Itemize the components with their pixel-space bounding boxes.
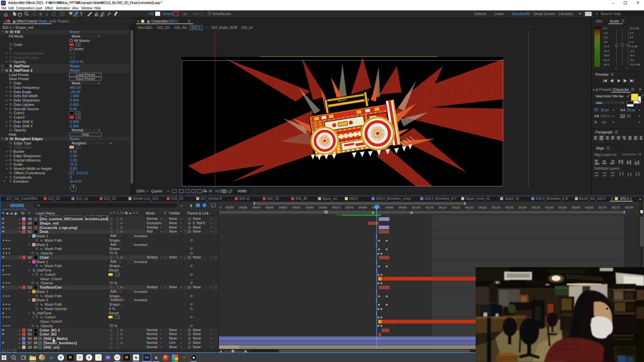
svg-text:00050: 00050 [279,206,287,209]
svg-text:00155: 00155 [558,206,567,209]
svg-text:T: T [80,11,83,17]
svg-text:00160: 00160 [572,206,580,209]
svg-text:00170: 00170 [598,206,607,209]
svg-text:00150: 00150 [545,206,553,209]
svg-text:00045: 00045 [265,206,274,209]
svg-text:00110: 00110 [439,206,447,209]
svg-text:00075: 00075 [345,206,354,209]
svg-text:00180: 00180 [625,206,633,209]
svg-text:5: 5 [220,206,221,209]
svg-text:00145: 00145 [532,206,540,209]
svg-text:00120: 00120 [465,206,474,209]
svg-text:00115: 00115 [452,206,460,209]
svg-text:00040: 00040 [252,206,261,209]
svg-text:00135: 00135 [505,206,514,209]
svg-text:00105: 00105 [425,206,434,209]
svg-text:00165: 00165 [585,206,593,209]
svg-text:00090: 00090 [385,206,394,209]
svg-text:00100: 00100 [412,206,420,209]
svg-text:00080: 00080 [359,206,367,209]
svg-text:00030: 00030 [225,206,234,209]
svg-text:00035: 00035 [239,206,247,209]
svg-text:00095: 00095 [398,206,407,209]
svg-text:00140: 00140 [519,206,527,209]
svg-text:00065: 00065 [319,206,327,209]
svg-text:00175: 00175 [611,206,620,209]
svg-text:00070: 00070 [332,206,340,209]
svg-text:00125: 00125 [478,206,487,209]
svg-text:00060: 00060 [305,206,314,209]
svg-text:00130: 00130 [492,206,500,209]
svg-text:00055: 00055 [292,206,301,209]
svg-text:1: 1 [325,211,327,213]
